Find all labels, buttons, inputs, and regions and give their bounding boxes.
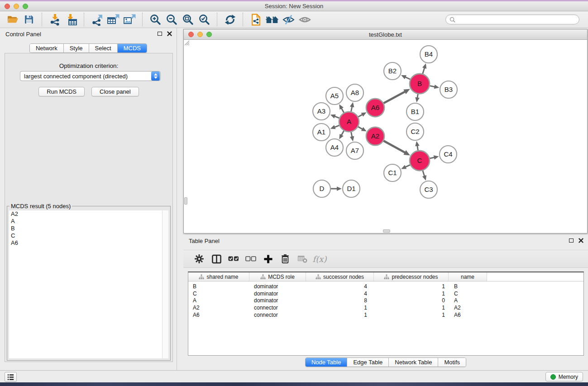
graph-edge-C-C3[interactable]: [422, 171, 426, 181]
select-all-columns-button[interactable]: [226, 252, 241, 266]
column-header-MCDS-role[interactable]: MCDS role: [249, 272, 306, 281]
cell-predecessor-nodes[interactable]: 1: [374, 291, 449, 297]
table-settings-button[interactable]: [191, 252, 207, 266]
graph-edge-C-C4[interactable]: [430, 155, 439, 159]
graph-edge-A-A5[interactable]: [339, 104, 344, 113]
zoom-fit-button[interactable]: [180, 13, 196, 27]
graph-edge-A-A8[interactable]: [350, 102, 354, 112]
graph-node-C4[interactable]: C4: [440, 146, 457, 163]
new-network-document-button[interactable]: [248, 13, 264, 27]
graph-node-B3[interactable]: B3: [440, 81, 457, 98]
cell-name[interactable]: C: [449, 291, 487, 297]
zoom-window-button[interactable]: [23, 4, 28, 9]
cell-predecessor-nodes[interactable]: 0: [374, 297, 449, 304]
mcds-result-item[interactable]: A2: [9, 210, 162, 218]
graph-edge-A-A3[interactable]: [330, 114, 339, 119]
mcds-result-item[interactable]: C: [9, 232, 162, 239]
column-header-name[interactable]: name: [449, 272, 487, 281]
import-network-button[interactable]: [47, 13, 63, 27]
table-row[interactable]: A6connector11A6: [188, 311, 583, 319]
table-row[interactable]: Adominator80A: [188, 297, 583, 305]
close-table-panel-icon[interactable]: [578, 238, 583, 243]
delete-table-button[interactable]: [295, 252, 310, 266]
cell-successor-nodes[interactable]: 8: [306, 297, 374, 304]
hide-selection-button[interactable]: [280, 13, 296, 27]
save-session-button[interactable]: [21, 13, 37, 27]
graph-edge-C-C2[interactable]: [415, 141, 419, 151]
graph-node-C3[interactable]: C3: [420, 181, 437, 198]
graph-node-A4[interactable]: A4: [326, 139, 343, 156]
graph-edge-A-A2[interactable]: [358, 127, 367, 131]
run-mcds-button[interactable]: Run MCDS: [38, 87, 85, 96]
graph-edge-A2-C[interactable]: [383, 141, 410, 155]
graph-edge-B-B1[interactable]: [415, 94, 419, 103]
graph-node-A8[interactable]: A8: [346, 84, 363, 101]
tab-mcds[interactable]: MCDS: [118, 44, 147, 52]
memory-button[interactable]: Memory: [545, 372, 583, 381]
close-panel-button[interactable]: Close panel: [91, 87, 139, 96]
export-image-button[interactable]: [121, 13, 138, 27]
graph-edge-A-A1[interactable]: [330, 125, 339, 129]
cell-name[interactable]: A6: [449, 312, 487, 318]
deselect-all-columns-button[interactable]: [243, 252, 258, 266]
main-titlebar[interactable]: Session: New Session: [0, 1, 588, 11]
cell-shared-name[interactable]: C: [188, 291, 249, 297]
network-window-titlebar[interactable]: testGlobe.txt: [184, 29, 587, 40]
vertical-scrollbar-thumb[interactable]: [184, 197, 187, 205]
column-header-successor-nodes[interactable]: successor nodes: [306, 272, 374, 281]
float-panel-icon[interactable]: [158, 32, 162, 36]
import-table-button[interactable]: [63, 13, 79, 27]
criterion-dropdown[interactable]: largest connected component (directed): [20, 71, 161, 81]
graph-node-A2[interactable]: A2: [366, 127, 384, 145]
close-panel-icon[interactable]: [167, 31, 172, 36]
column-header-shared-name[interactable]: shared name: [188, 272, 249, 281]
tab-network[interactable]: Network: [30, 44, 64, 52]
tab-network-table[interactable]: Network Table: [389, 358, 438, 367]
task-history-button[interactable]: [5, 372, 17, 382]
network-close-button[interactable]: [188, 32, 194, 37]
graph-node-C2[interactable]: C2: [406, 123, 424, 140]
cell-MCDS-role[interactable]: connector: [249, 312, 306, 318]
graph-node-A[interactable]: A: [339, 112, 359, 132]
home-view-button[interactable]: [264, 13, 280, 27]
cell-predecessor-nodes[interactable]: 1: [374, 283, 449, 290]
graph-node-B[interactable]: B: [410, 74, 430, 94]
network-canvas[interactable]: B4B2BB3A5A8A6B1A3AA1C2A2A4A7C4CC1C3DD1: [184, 40, 587, 233]
column-header-predecessor-nodes[interactable]: predecessor nodes: [374, 272, 449, 281]
graph-node-A3[interactable]: A3: [313, 103, 330, 120]
graph-edge-A-A7[interactable]: [350, 132, 354, 142]
tab-node-table[interactable]: Node Table: [306, 358, 348, 367]
mcds-result-item[interactable]: A6: [9, 239, 162, 247]
mcds-result-item[interactable]: B: [9, 225, 162, 232]
graph-node-A7[interactable]: A7: [346, 142, 363, 159]
network-minimize-button[interactable]: [197, 32, 203, 37]
cell-successor-nodes[interactable]: 4: [306, 291, 374, 297]
cell-shared-name[interactable]: B: [188, 283, 249, 290]
zoom-out-button[interactable]: [163, 13, 180, 27]
graph-edge-A-A6[interactable]: [358, 112, 366, 117]
tab-motifs[interactable]: Motifs: [438, 358, 466, 367]
cell-successor-nodes[interactable]: 1: [306, 305, 374, 311]
zoom-selected-button[interactable]: [196, 13, 212, 27]
show-all-button[interactable]: [296, 13, 313, 27]
minimize-window-button[interactable]: [14, 4, 19, 9]
graph-node-C[interactable]: C: [410, 151, 430, 171]
graph-edge-B-B2[interactable]: [401, 75, 410, 79]
cell-MCDS-role[interactable]: connector: [249, 305, 306, 311]
export-table-button[interactable]: [105, 13, 121, 27]
cell-shared-name[interactable]: A2: [188, 305, 249, 311]
cell-predecessor-nodes[interactable]: 1: [374, 312, 449, 318]
resize-grip-icon[interactable]: [184, 40, 190, 46]
refresh-view-button[interactable]: [222, 13, 238, 27]
cell-shared-name[interactable]: A: [188, 297, 249, 304]
tab-select[interactable]: Select: [89, 44, 118, 52]
graph-node-D[interactable]: D: [313, 180, 330, 197]
search-input[interactable]: [458, 16, 575, 23]
table-row[interactable]: Cdominator41C: [188, 290, 583, 297]
cell-predecessor-nodes[interactable]: 1: [374, 305, 449, 311]
cell-name[interactable]: B: [449, 283, 487, 290]
cell-successor-nodes[interactable]: 4: [306, 283, 374, 290]
table-row[interactable]: A2connector11A2: [188, 304, 583, 311]
graph-node-D1[interactable]: D1: [343, 180, 360, 197]
function-builder-button[interactable]: f(x): [312, 252, 327, 266]
